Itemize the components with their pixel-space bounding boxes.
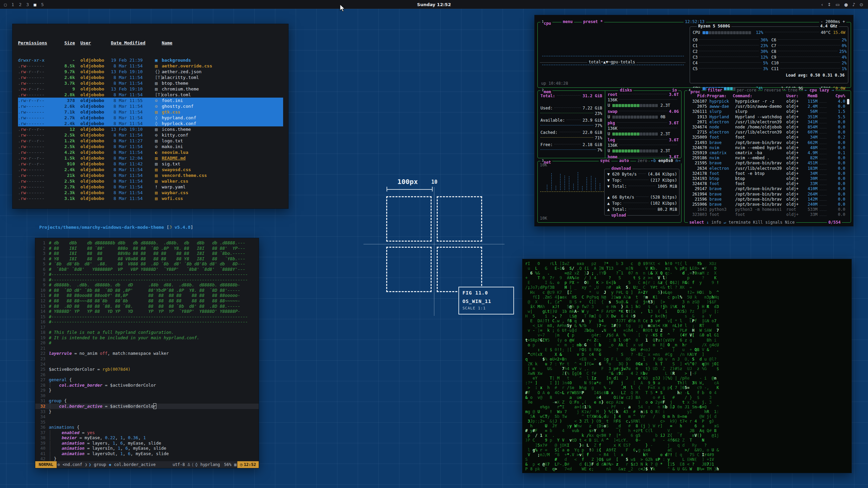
- editor-line[interactable]: 12# 88 88 88~~~88 88`8b 88`8b 88 88 88 8…: [35, 298, 259, 304]
- file-row[interactable]: .rw-------2.7koldjobobo 8 Mar 11:54!warp…: [18, 184, 283, 190]
- net-auto-toggle[interactable]: auto: [618, 158, 630, 163]
- file-row[interactable]: .rw-------8.5koldjobobo 8 Mar 11:54▤aeth…: [18, 63, 283, 69]
- editor-line[interactable]: 28│ col.active_border = $activeBorderCol…: [35, 383, 259, 388]
- editor-line[interactable]: 4# Y8 I8I 88 88 88 V8o88 88 88 88 88 Y8 …: [35, 256, 259, 262]
- proc-reverse-toggle[interactable]: reverse: [763, 88, 783, 93]
- editor-line[interactable]: 39│ animation = layers, 1, 6, myEase, sl…: [35, 441, 259, 446]
- editor-line[interactable]: 42│ }: [35, 456, 259, 461]
- editor-line[interactable]: 16#-------------------------------------…: [35, 319, 259, 325]
- file-row[interactable]: .rw-------2.3koldjobobo 8 Mar 11:54▤wayb…: [18, 190, 283, 196]
- proc-row[interactable]: 2071 electron /usr/lib/electron39oldj+34…: [687, 120, 845, 125]
- editor-line[interactable]: 15#-------------------------------------…: [35, 314, 259, 320]
- chevron-left-icon[interactable]: ‹: [821, 2, 823, 7]
- proc-row[interactable]: 326111 slurp slurpoldj+56M1.5: [687, 109, 845, 114]
- file-row[interactable]: .rw-r--r--910oldjobobo 8 Mar 11:42▤sig.t…: [18, 161, 283, 167]
- proc-row[interactable]: 324478 foot footoldj+33M0.0: [687, 181, 845, 186]
- display-icon[interactable]: ▭: [835, 2, 840, 7]
- proc-footer-keys[interactable]: select ↓ info ↵ terminate Kill signals N…: [688, 220, 796, 225]
- workspace-4[interactable]: ■: [34, 2, 36, 7]
- editor-line[interactable]: 6# `8b8' `8d8' Y888888P VP V8P Y8888D' `…: [35, 267, 259, 272]
- editor-buffer[interactable]: 1# db d8b db d888888b d8b db d8888b. .d8…: [35, 240, 259, 461]
- proc-sort-control[interactable]: ← cpu lazy →: [803, 88, 835, 93]
- editor-line[interactable]: 19# It is intended to be included in you…: [35, 335, 259, 341]
- editor-line[interactable]: 2# 88 I8I 88 `88' 888o 88 88 `8D .8P Y8.…: [35, 246, 259, 251]
- preset-button[interactable]: preset *: [582, 19, 604, 24]
- editor-line[interactable]: 27general {: [35, 377, 259, 383]
- proc-row[interactable]: 2075 awww-dae /usr/bin/awww-daemooldj+2.…: [687, 104, 845, 109]
- proc-scrollbar-thumb[interactable]: [847, 99, 849, 104]
- proc-row[interactable]: 21596 brave /opt/brave-bin/bravoldj+142M…: [687, 197, 845, 202]
- workspace-3[interactable]: 3: [26, 2, 29, 7]
- proc-row[interactable]: 29147 brave /opt/brave-bin/bravoldj+410M…: [687, 186, 845, 191]
- proc-row[interactable]: 325009 foot footoldj+34M0.2: [687, 135, 845, 140]
- neovim-editor-window[interactable]: 1# db d8b db d888888b d8b db d8888b. .d8…: [35, 238, 259, 468]
- network-icon[interactable]: ●: [844, 2, 848, 7]
- proc-row[interactable]: 21595 brave /opt/brave-bin/bravoldj+451M…: [687, 161, 845, 166]
- editor-line[interactable]: 10# 88 `8D d8' `8b 88 `8D 88 ,8P' 88'Ybd…: [35, 288, 259, 293]
- file-row[interactable]: .rw-------21koldjobobo 8 Mar 11:54▤venco…: [18, 172, 283, 178]
- proc-tree-toggle[interactable]: tree: [786, 88, 799, 93]
- net-zero-toggle[interactable]: zero: [636, 158, 649, 163]
- editor-line[interactable]: 14# Y8888D' YP YP 88 YD YP YD YP YP YP `…: [35, 309, 259, 314]
- file-row[interactable]: .rw-------2.5koldjobobo 8 Mar 11:54⚙mako…: [18, 144, 283, 149]
- file-row[interactable]: .rw-r--r--378oldjobobo 8 Mar 11:55⚙foot.…: [18, 98, 283, 103]
- proc-row[interactable]: 1643 python3 python3 -m homeassiroot533M…: [687, 207, 845, 212]
- file-row[interactable]: .rw-r--r--9oldjobobo13 Feb 19:10▤chromiu…: [18, 86, 283, 92]
- proc-filter-button[interactable]: filter: [706, 88, 724, 93]
- editor-line[interactable]: 23: [35, 356, 259, 362]
- editor-line[interactable]: 8#--------------------------------------…: [35, 277, 259, 283]
- editor-line[interactable]: 38│ bezier = myEase, 0.22, 1, 0.36, 1: [35, 435, 259, 441]
- file-list-terminal-window[interactable]: PermissionsSizeUserDate ModifiedName drw…: [12, 24, 289, 209]
- editor-line[interactable]: 17: [35, 325, 259, 330]
- editor-line[interactable]: 1# db d8b db d888888b d8b db d8888b. .d8…: [35, 240, 259, 246]
- proc-row[interactable]: 259186 nvim nvim --embed .oldj+82M0.0: [687, 156, 845, 161]
- editor-line[interactable]: 41│ animation = layersOut, 1, 6, myEase,…: [35, 451, 259, 456]
- proc-per-core-toggle[interactable]: per-core: [735, 88, 758, 93]
- proc-row[interactable]: 2715 electron /usr/lib/electron39oldj+60…: [687, 130, 845, 135]
- file-row[interactable]: .rw-r--r--9.7koldjobobo13 Feb 19:10{}aet…: [18, 69, 283, 75]
- file-row[interactable]: .rw-r--r--12oldjobobo13 Feb 19:10▤icons.…: [18, 126, 283, 132]
- editor-line[interactable]: 31group {: [35, 398, 259, 404]
- file-row[interactable]: .rw-------4.2koldjobobo 8 Mar 11:54◐neov…: [18, 149, 283, 155]
- workspace-2[interactable]: 2: [19, 2, 22, 7]
- bluetooth-icon[interactable]: ↕: [827, 2, 831, 7]
- file-row[interactable]: .rw-r--r--1.5koldjobobo 8 Mar 12:04▥READ…: [18, 155, 283, 161]
- file-row[interactable]: .rw-------2.7koldjobobo 8 Mar 11:54◊hypr…: [18, 115, 283, 121]
- editor-line[interactable]: 7#--------------------------------------…: [35, 272, 259, 277]
- file-row[interactable]: .rw-------2.5koldjobobo 8 Mar 11:54⚙kitt…: [18, 132, 283, 138]
- power-icon[interactable]: ⊙: [860, 2, 863, 7]
- file-row[interactable]: .rw-------3.7koldjobobo 8 Mar 11:54▤btop…: [18, 80, 283, 86]
- volume-icon[interactable]: ♪: [852, 2, 855, 7]
- proc-row[interactable]: 21493 brave /opt/brave-bin/bravoldj+662M…: [687, 140, 845, 145]
- file-row[interactable]: .rw-------2.8koldjobobo 8 Mar 11:54[T]co…: [18, 92, 283, 98]
- editor-line[interactable]: 30: [35, 393, 259, 399]
- editor-line[interactable]: 36animations {: [35, 425, 259, 430]
- launcher-icon[interactable]: ▢: [4, 2, 7, 7]
- proc-row[interactable]: 2634 electron /usr/lib/electron39oldj+18…: [687, 166, 845, 171]
- file-row[interactable]: .rw-------7.1koldjobobo 8 Mar 11:54▤gtk.…: [18, 109, 283, 115]
- editor-line[interactable]: 29}: [35, 388, 259, 393]
- file-row[interactable]: drwxr-xr-x-oldjobobo19 Feb 21:39▣backgro…: [18, 57, 283, 63]
- proc-row[interactable]: 324178 foot foot -e btopoldj+34M0.0: [687, 171, 845, 176]
- menu-button[interactable]: menu: [561, 19, 574, 24]
- file-row[interactable]: .rw-------3.1koldjobobo 8 Mar 11:54▤wofi…: [18, 196, 283, 201]
- editor-line[interactable]: 40│ animation = layersIn, 1, 6, myEase, …: [35, 446, 259, 451]
- editor-line[interactable]: 26: [35, 372, 259, 378]
- file-row[interactable]: .rw-------2.5koldjobobo 8 Mar 11:54▤walk…: [18, 178, 283, 184]
- file-row[interactable]: .rw-------2.4koldjobobo 8 Mar 11:54◊hypr…: [18, 121, 283, 126]
- file-row[interactable]: .rw-------2.6koldjobobo 8 Mar 11:54⚙ghos…: [18, 103, 283, 109]
- editor-line[interactable]: 35: [35, 420, 259, 425]
- editor-line[interactable]: 5# `8b d8'8b d8' .88. 88 V888 88 .8D `8b…: [35, 261, 259, 267]
- editor-line[interactable]: 13# 88 .8D 88 88 88 `88. 88 `88. 88 88 8…: [35, 304, 259, 309]
- editor-line[interactable]: 21: [35, 346, 259, 351]
- workspace-5[interactable]: 5: [41, 2, 44, 7]
- editor-line[interactable]: 34: [35, 414, 259, 420]
- proc-row[interactable]: 326107 hyprpick hyprpicker -r -zoldj+115…: [687, 99, 845, 104]
- editor-line[interactable]: 20#: [35, 340, 259, 346]
- proc-row[interactable]: 261994 brave /opt/brave-bin/bravoldj+264…: [687, 192, 845, 197]
- btop-monitor-window[interactable]: 1cpumenupreset *12:52:13- 2000ms +total─…: [534, 15, 853, 226]
- proc-row[interactable]: 323803 foot footoldj+33M0.0: [687, 212, 845, 217]
- file-row[interactable]: .rw-r--r--1.2koldjobobo 8 Mar 11:27▤logo…: [18, 138, 283, 144]
- editor-line[interactable]: 18# This file is not a full hyprland con…: [35, 330, 259, 335]
- editor-line[interactable]: 22layerrule = no_anim off, match:namespa…: [35, 351, 259, 356]
